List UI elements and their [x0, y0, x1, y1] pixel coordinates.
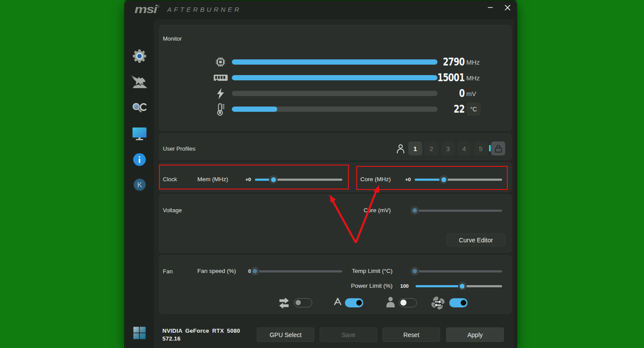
user-profile-icon [396, 144, 405, 155]
close-icon [505, 5, 510, 10]
annotation-rect-clock-mem [159, 165, 349, 190]
minimize-button[interactable] [484, 1, 497, 14]
svg-text:K: K [137, 181, 142, 189]
sidebar-item-kombustor[interactable]: K [131, 176, 148, 193]
profile-button-2[interactable]: 2 [424, 141, 438, 155]
power-limit-slider[interactable] [416, 282, 502, 290]
user-fan-icon [386, 296, 396, 310]
msi-dragon-icon [131, 74, 148, 90]
user-fan-toggle[interactable] [399, 298, 417, 307]
fan-link-icon [430, 296, 445, 312]
power-limit-label: Power Limit (%) [334, 283, 393, 289]
voltage-bolt-icon [212, 86, 229, 101]
core-voltage-slider-thumb[interactable] [410, 206, 419, 215]
desktop: { "desktop": { "background_color": "#107… [0, 0, 644, 348]
fan-title: Fan [163, 268, 172, 275]
core-voltage-label: Core (mV) [334, 207, 391, 214]
auto-fan-a-icon [334, 298, 342, 307]
monitor-title: Monitor [163, 35, 182, 42]
core-clock-value: 2790 [405, 55, 465, 68]
gpu-name: NVIDIA GeForce RTX 5080 [162, 327, 240, 334]
temp-limit-slider[interactable] [415, 267, 502, 276]
minimize-icon [488, 5, 493, 10]
fan-speed-value: 0 [229, 269, 251, 274]
fan-speed-slider-thumb[interactable] [251, 267, 259, 276]
voltage-value: 0 [405, 87, 465, 100]
gpu-select-button[interactable]: GPU Select [257, 327, 314, 342]
windows-start-button[interactable] [131, 324, 148, 342]
core-voltage-slider[interactable] [415, 206, 502, 215]
driver-version: 572.16 [162, 335, 181, 342]
sidebar-item-oc-scanner[interactable] [131, 99, 148, 117]
sidebar-item-settings[interactable] [131, 47, 148, 65]
fan-speed-slider[interactable] [255, 267, 342, 276]
sidebar-item-msi[interactable] [131, 73, 148, 91]
settings-gear-icon [132, 49, 147, 63]
save-button[interactable]: Save [320, 327, 377, 342]
temperature-unit-button[interactable]: °C [466, 102, 481, 116]
sidebar-item-information[interactable] [131, 151, 148, 169]
apply-button[interactable]: Apply [446, 327, 504, 342]
temperature-value: 22 [405, 103, 465, 115]
titlebar: msi® AFTERBURNER [124, 1, 517, 20]
auto-fan-toggle[interactable] [345, 298, 363, 307]
memory-clock-unit: MHz [466, 74, 480, 82]
curve-editor-button[interactable]: Curve Editor [447, 234, 505, 246]
voltage-title: Voltage [163, 207, 182, 214]
power-limit-value: 100 [387, 283, 409, 289]
annotation-rect-clock-core [356, 166, 508, 190]
temp-limit-label: Temp Limit (°C) [334, 268, 393, 274]
power-limit-slider-thumb[interactable] [458, 282, 467, 290]
fan-sync-arrows-icon [278, 297, 290, 310]
msi-logo: msi® [134, 3, 160, 16]
reset-button[interactable]: Reset [382, 327, 440, 342]
voltage-unit: mV [466, 90, 476, 97]
thermometer-icon [212, 101, 229, 117]
profile-button-5[interactable]: 5 [474, 141, 488, 155]
oc-scanner-icon [132, 102, 147, 114]
cpu-chip-icon [212, 54, 229, 70]
temp-limit-slider-thumb[interactable] [410, 267, 419, 276]
core-clock-unit: MHz [466, 59, 480, 66]
profile-lock-button[interactable] [491, 141, 505, 155]
monitor-display-icon [132, 127, 147, 140]
close-button[interactable] [501, 1, 514, 14]
profile-button-4[interactable]: 4 [457, 141, 471, 155]
windows-logo-icon [133, 327, 146, 339]
profile-button-3[interactable]: 3 [441, 141, 455, 155]
info-icon [133, 153, 146, 166]
app-title: AFTERBURNER [167, 6, 241, 13]
lock-icon [495, 145, 502, 153]
sidebar-item-monitoring[interactable] [131, 124, 148, 142]
user-profiles-title: User Profiles [163, 145, 195, 152]
fan-sync-toggle[interactable] [294, 298, 312, 307]
memory-clock-value: 15001 [405, 71, 465, 84]
ram-memory-icon [212, 70, 229, 86]
kombustor-k-icon: K [133, 178, 146, 191]
profile-button-1[interactable]: 1 [408, 141, 422, 155]
fan-link-toggle[interactable] [449, 298, 468, 307]
profile-lock-indicator [489, 145, 491, 152]
